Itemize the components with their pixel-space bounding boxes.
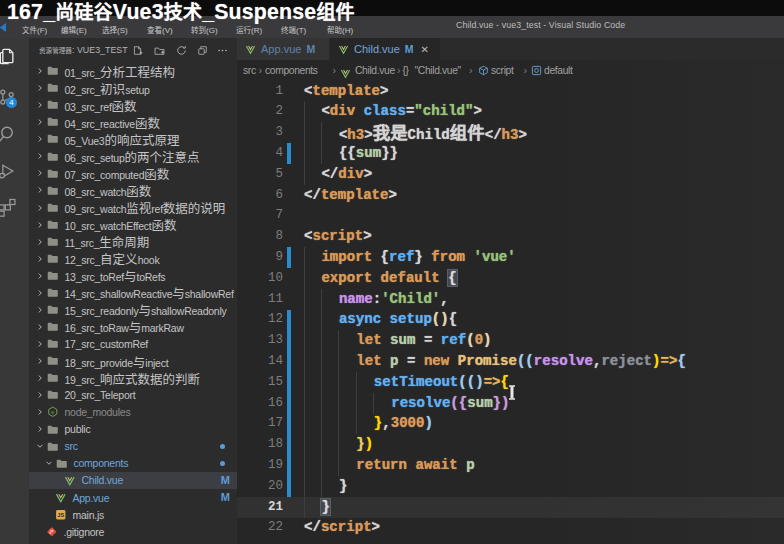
svg-text:JS: JS (57, 512, 64, 518)
svg-text:e: e (51, 409, 54, 415)
